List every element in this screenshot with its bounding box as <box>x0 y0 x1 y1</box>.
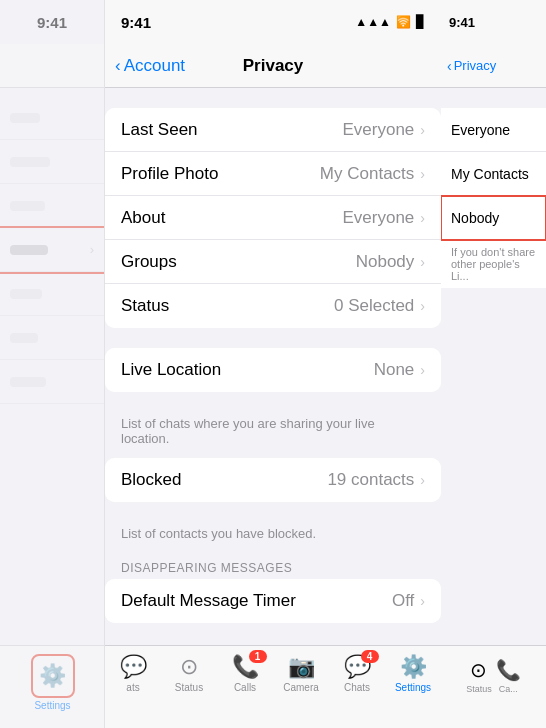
content-area: Last Seen Everyone › Profile Photo My Co… <box>105 88 441 645</box>
settings-tab-highlight: ⚙️ <box>31 654 75 698</box>
submenu-my-contacts[interactable]: My Contacts <box>441 152 546 196</box>
groups-label: Groups <box>121 252 356 272</box>
submenu-nobody[interactable]: Nobody <box>441 196 546 240</box>
disappearing-header: DISAPPEARING MESSAGES <box>105 553 441 579</box>
submenu-everyone[interactable]: Everyone <box>441 108 546 152</box>
status-label: Status <box>121 296 334 316</box>
camera-icon: 📷 <box>288 654 315 680</box>
tab-chats-label: ats <box>126 682 139 693</box>
left-list: › <box>0 96 104 404</box>
tab-chats-2[interactable]: 💬 4 Chats <box>329 654 385 693</box>
left-shape-6 <box>0 316 104 360</box>
nav-title: Privacy <box>243 56 304 76</box>
timer-chevron-icon: › <box>420 593 425 609</box>
right-panel: 9:41 ‹ Privacy Everyone My Contacts Nobo… <box>441 0 546 728</box>
profile-photo-value: My Contacts <box>320 164 414 184</box>
right-tab-status[interactable]: ⊙ Status <box>466 658 492 694</box>
status-row[interactable]: Status 0 Selected › <box>105 284 441 328</box>
last-seen-label: Last Seen <box>121 120 343 140</box>
battery-icon: ▊ <box>416 15 425 29</box>
status-bar: 9:41 ▲▲▲ 🛜 ▊ <box>105 0 441 44</box>
last-seen-value: Everyone <box>343 120 415 140</box>
tab-chats[interactable]: 💬 ats <box>105 654 161 693</box>
last-seen-row[interactable]: Last Seen Everyone › <box>105 108 441 152</box>
tab-camera[interactable]: 📷 Camera <box>273 654 329 693</box>
timer-label: Default Message Timer <box>121 591 392 611</box>
tab-calls[interactable]: 📞 1 Calls <box>217 654 273 693</box>
settings-icon-box: ⚙️ <box>31 654 75 698</box>
profile-photo-label: Profile Photo <box>121 164 320 184</box>
submenu-nobody-label: Nobody <box>451 210 499 226</box>
about-value: Everyone <box>343 208 415 228</box>
left-status-bar: 9:41 <box>0 0 104 44</box>
last-seen-chevron-icon: › <box>420 122 425 138</box>
tab-status-label: Status <box>175 682 203 693</box>
back-label: Account <box>124 56 185 76</box>
right-calls-label: Ca... <box>499 684 518 694</box>
submenu-everyone-label: Everyone <box>451 122 510 138</box>
calls-icon: 📞 1 <box>232 654 259 680</box>
nav-bar: ‹ Account Privacy <box>105 44 441 88</box>
chats-badge: 4 <box>361 650 379 663</box>
tab-settings-label: Settings <box>395 682 431 693</box>
timer-row[interactable]: Default Message Timer Off › <box>105 579 441 623</box>
back-button[interactable]: ‹ Account <box>115 56 185 76</box>
right-nav-bar: ‹ Privacy <box>441 44 546 88</box>
settings-tab-icon: ⚙️ <box>400 654 427 680</box>
left-time: 9:41 <box>37 14 67 31</box>
left-settings-label: Settings <box>34 700 70 711</box>
disappearing-group: Default Message Timer Off › <box>105 579 441 623</box>
signal-icon: ▲▲▲ <box>355 15 391 29</box>
settings-icon: ⚙️ <box>39 663 66 689</box>
left-panel: 9:41 › ⚙️ <box>0 0 105 728</box>
privacy-list-group: Last Seen Everyone › Profile Photo My Co… <box>105 108 441 328</box>
timer-value: Off <box>392 591 414 611</box>
right-calls-icon: 📞 <box>496 658 521 682</box>
right-tab-calls[interactable]: 📞 Ca... <box>496 658 521 694</box>
blocked-note: List of contacts you have blocked. <box>105 522 441 553</box>
live-location-row[interactable]: Live Location None › <box>105 348 441 392</box>
right-time: 9:41 <box>449 15 475 30</box>
about-row[interactable]: About Everyone › <box>105 196 441 240</box>
tab-chats-2-label: Chats <box>344 682 370 693</box>
wifi-icon: 🛜 <box>396 15 411 29</box>
right-tab-bar: ⊙ Status 📞 Ca... <box>441 645 546 728</box>
profile-photo-row[interactable]: Profile Photo My Contacts › <box>105 152 441 196</box>
tab-bar: 💬 ats ⊙ Status 📞 1 Calls 📷 Camera 💬 4 <box>105 645 441 728</box>
live-location-value: None <box>374 360 415 380</box>
right-back-button[interactable]: ‹ Privacy <box>447 58 496 74</box>
about-chevron-icon: › <box>420 210 425 226</box>
right-status-icon: ⊙ <box>470 658 487 682</box>
submenu-my-contacts-label: My Contacts <box>451 166 529 182</box>
status-value: 0 Selected <box>334 296 414 316</box>
tab-status[interactable]: ⊙ Status <box>161 654 217 693</box>
tab-camera-label: Camera <box>283 682 319 693</box>
blocked-value: 19 contacts <box>327 470 414 490</box>
live-location-label: Live Location <box>121 360 374 380</box>
left-tab-settings: ⚙️ Settings <box>0 654 105 711</box>
right-back-chevron-icon: ‹ <box>447 58 452 74</box>
left-shape-1 <box>0 96 104 140</box>
main-time: 9:41 <box>121 14 151 31</box>
blocked-row[interactable]: Blocked 19 contacts › <box>105 458 441 502</box>
submenu-note: If you don't share other people's Li... <box>441 240 546 288</box>
blocked-chevron-icon: › <box>420 472 425 488</box>
left-shape-3 <box>0 184 104 228</box>
blocked-group: Blocked 19 contacts › <box>105 458 441 502</box>
tab-calls-label: Calls <box>234 682 256 693</box>
tab-settings[interactable]: ⚙️ Settings <box>385 654 441 693</box>
calls-badge: 1 <box>249 650 267 663</box>
right-status-label: Status <box>466 684 492 694</box>
chats2-icon: 💬 4 <box>344 654 371 680</box>
right-tab-items: ⊙ Status 📞 Ca... <box>466 654 521 694</box>
status-icon: ⊙ <box>180 654 198 680</box>
live-location-note: List of chats where you are sharing your… <box>105 412 441 458</box>
back-chevron-icon: ‹ <box>115 56 121 76</box>
status-icons: ▲▲▲ 🛜 ▊ <box>355 15 425 29</box>
groups-chevron-icon: › <box>420 254 425 270</box>
submenu-list: Everyone My Contacts Nobody If you don't… <box>441 108 546 288</box>
groups-row[interactable]: Groups Nobody › <box>105 240 441 284</box>
live-location-group: Live Location None › <box>105 348 441 392</box>
blocked-label: Blocked <box>121 470 327 490</box>
profile-photo-chevron-icon: › <box>420 166 425 182</box>
